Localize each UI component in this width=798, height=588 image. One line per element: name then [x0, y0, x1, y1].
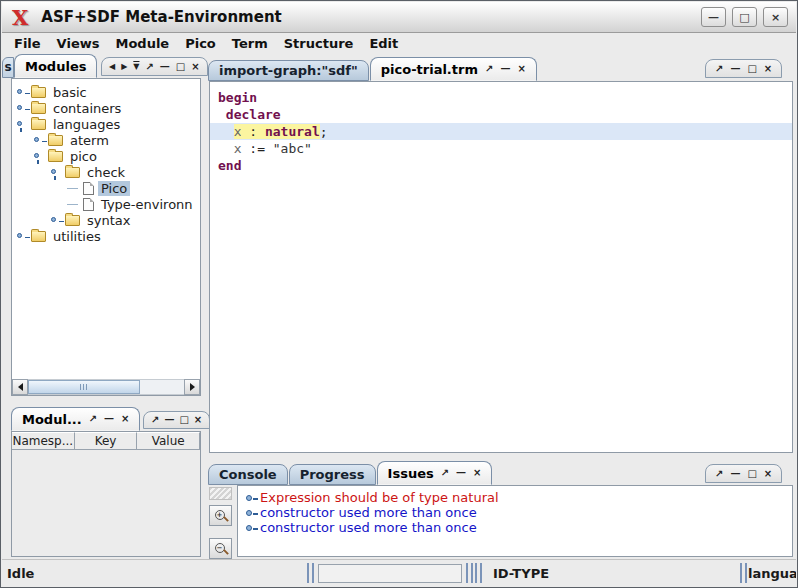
- column-header-value[interactable]: Value: [137, 432, 200, 449]
- bottom-tab-console[interactable]: Console: [208, 464, 288, 485]
- scroll-left-button[interactable]: [12, 379, 28, 395]
- minimize-icon[interactable]: —: [104, 414, 114, 424]
- collapse-handle-icon[interactable]: [50, 165, 64, 179]
- expand-handle-icon[interactable]: [33, 133, 47, 147]
- bottom-tab-progress[interactable]: Progress: [289, 464, 376, 485]
- issue-handle-icon: [245, 507, 260, 518]
- minimize-icon[interactable]: —: [730, 469, 740, 479]
- code-editor[interactable]: begin declare x : natural; x := "abc"end: [209, 81, 793, 453]
- side-tab-s[interactable]: s: [2, 57, 14, 78]
- tree-item-syntax[interactable]: syntax: [12, 212, 200, 228]
- collapse-handle-icon[interactable]: [33, 149, 47, 163]
- tree-label: syntax: [84, 213, 133, 228]
- status-language: langua: [748, 566, 796, 581]
- status-splitter[interactable]: [466, 563, 473, 583]
- folder-icon: [48, 135, 63, 146]
- maximize-icon[interactable]: □: [176, 62, 185, 72]
- issue-item-info[interactable]: constructor used more than once: [238, 520, 792, 535]
- collapse-all-icon[interactable]: ▼: [133, 63, 139, 71]
- editor-corner-controls: ↗—□×: [705, 59, 782, 78]
- menu-item-views[interactable]: Views: [50, 35, 109, 52]
- expand-handle-icon[interactable]: [16, 229, 30, 243]
- menu-item-module[interactable]: Module: [108, 35, 178, 52]
- editor-tab-import-graph-sdf[interactable]: import-graph:"sdf": [208, 60, 369, 81]
- expand-handle-icon[interactable]: [16, 85, 30, 99]
- nav-right-icon[interactable]: ▶: [121, 63, 127, 71]
- maximize-icon[interactable]: □: [179, 415, 188, 425]
- maximize-icon[interactable]: □: [747, 469, 756, 479]
- title-bar: X ASF+SDF Meta-Environment —□×: [2, 2, 796, 33]
- bottom-tab-issues[interactable]: Issues↗—×: [377, 461, 493, 485]
- folder-icon: [31, 119, 46, 130]
- detach-icon[interactable]: ↗: [441, 468, 449, 478]
- close-icon[interactable]: ×: [194, 415, 202, 425]
- column-header-namesp[interactable]: Namesp...: [12, 432, 75, 449]
- menu-bar: FileViewsModulePicoTermStructureEdit: [2, 33, 796, 53]
- menu-item-term[interactable]: Term: [225, 35, 277, 52]
- menu-item-structure[interactable]: Structure: [277, 35, 363, 52]
- modules-tab-modules[interactable]: Modules: [14, 54, 97, 78]
- detach-icon[interactable]: ↗: [151, 415, 159, 425]
- window-minimize-button[interactable]: —: [701, 7, 726, 27]
- tree-item-basic[interactable]: basic: [12, 84, 200, 100]
- toolbar-drag-handle[interactable]: [209, 487, 232, 500]
- window-maximize-button[interactable]: □: [732, 7, 757, 27]
- minimize-icon[interactable]: —: [160, 62, 170, 72]
- minimize-icon[interactable]: —: [164, 415, 174, 425]
- tree-item-type-environn[interactable]: Type-environn: [12, 196, 200, 212]
- nav-left-icon[interactable]: ◀: [109, 63, 115, 71]
- code-line: x : natural;: [210, 123, 792, 140]
- module-info-corner-controls: ↗—□×: [143, 411, 210, 429]
- tree-item-pico[interactable]: pico: [12, 148, 200, 164]
- right-triangle-icon: [190, 383, 199, 391]
- tree-label: aterm: [67, 133, 112, 148]
- close-icon[interactable]: ×: [121, 414, 129, 424]
- zoom-in-button[interactable]: +: [209, 505, 232, 526]
- folder-icon: [31, 87, 46, 98]
- close-icon[interactable]: ×: [764, 469, 772, 479]
- expand-handle-icon[interactable]: [16, 101, 30, 115]
- tree-label: containers: [50, 101, 124, 116]
- menu-item-edit[interactable]: Edit: [362, 35, 407, 52]
- editor-tab-pico-trial-trm[interactable]: pico-trial.trm↗—×: [370, 57, 537, 81]
- scrollbar-track[interactable]: [28, 379, 184, 395]
- detach-icon[interactable]: ↗: [715, 64, 723, 74]
- tree-item-containers[interactable]: containers: [12, 100, 200, 116]
- detach-icon[interactable]: ↗: [89, 414, 97, 424]
- moduleinfo-tab-modul[interactable]: Modul...↗—×: [11, 407, 140, 431]
- menu-item-pico[interactable]: Pico: [178, 35, 225, 52]
- expand-handle-icon[interactable]: [50, 213, 64, 227]
- collapse-handle-icon[interactable]: [16, 117, 30, 131]
- close-icon[interactable]: ×: [473, 468, 481, 478]
- minimize-icon[interactable]: —: [730, 64, 740, 74]
- status-splitter[interactable]: [475, 563, 482, 583]
- tree-item-check[interactable]: check: [12, 164, 200, 180]
- code-line: begin: [210, 89, 792, 106]
- detach-icon[interactable]: ↗: [715, 469, 723, 479]
- menu-item-file[interactable]: File: [7, 35, 50, 52]
- zoom-out-button[interactable]: −: [209, 538, 232, 559]
- issue-item-error[interactable]: Expression should be of type natural: [238, 490, 792, 505]
- close-icon[interactable]: ×: [764, 64, 772, 74]
- tree-label: Pico: [98, 181, 130, 196]
- maximize-icon[interactable]: □: [747, 64, 756, 74]
- tree-item-languages[interactable]: languages: [12, 116, 200, 132]
- scroll-right-button[interactable]: [184, 379, 200, 395]
- module-tree: basiccontainerslanguagesatermpicocheckPi…: [12, 79, 200, 244]
- minimize-icon[interactable]: —: [500, 64, 510, 74]
- detach-icon[interactable]: ↗: [145, 62, 153, 72]
- close-icon[interactable]: ×: [191, 62, 199, 72]
- tree-item-aterm[interactable]: aterm: [12, 132, 200, 148]
- window-close-button[interactable]: ×: [763, 7, 788, 27]
- window-title: ASF+SDF Meta-Environment: [41, 8, 281, 26]
- issue-item-info[interactable]: constructor used more than once: [238, 505, 792, 520]
- minimize-icon[interactable]: —: [456, 468, 466, 478]
- tree-item-utilities[interactable]: utilities: [12, 228, 200, 244]
- status-splitter[interactable]: [307, 563, 314, 583]
- close-icon[interactable]: ×: [517, 64, 525, 74]
- scrollbar-thumb[interactable]: [28, 380, 140, 394]
- status-splitter[interactable]: [740, 563, 747, 583]
- detach-icon[interactable]: ↗: [485, 64, 493, 74]
- column-header-key[interactable]: Key: [75, 432, 138, 449]
- tree-item-pico[interactable]: Pico: [12, 180, 200, 196]
